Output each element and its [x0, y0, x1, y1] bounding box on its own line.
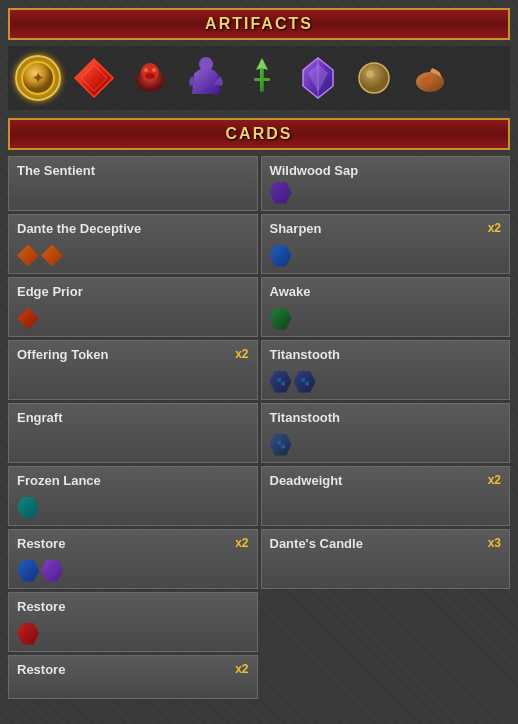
card-engraft-name: Engraft: [17, 410, 63, 426]
svg-point-6: [144, 68, 148, 72]
blue-hex-icon-restore1: [17, 560, 39, 582]
card-titanstooth-2-name-row: Titanstooth: [270, 410, 502, 426]
card-restore-3-name-row: Restore x2: [17, 662, 249, 678]
card-awake-name: Awake: [270, 284, 311, 300]
card-awake-name-row: Awake: [270, 284, 502, 300]
svg-point-17: [366, 70, 374, 78]
red-hex-icon-restore2: [17, 623, 39, 645]
card-restore-3-name: Restore: [17, 662, 65, 678]
card-restore-2[interactable]: Restore: [8, 592, 258, 652]
card-placeholder: [261, 592, 511, 652]
card-frozen-lance-name-row: Frozen Lance: [17, 473, 249, 489]
food-svg: [408, 56, 452, 100]
svg-point-9: [199, 57, 213, 71]
card-offering-token[interactable]: Offering Token x2: [8, 340, 258, 400]
card-the-sentient-name-row: The Sentient: [17, 163, 249, 179]
card-offering-token-count: x2: [235, 347, 248, 361]
artifacts-header: ARTIFACTS: [8, 8, 510, 40]
green-weapon-artifact[interactable]: [236, 52, 288, 104]
card-restore-1-count: x2: [235, 536, 248, 550]
green-red-hex-icon-awake: [270, 308, 292, 330]
card-wildwood-sap[interactable]: Wildwood Sap: [261, 156, 511, 211]
cards-header: CARDS: [8, 118, 510, 150]
card-restore-3-count: x2: [235, 662, 248, 676]
card-offering-token-name-row: Offering Token x2: [17, 347, 249, 363]
card-restore-3[interactable]: Restore x2: [8, 655, 258, 699]
beast-hex-icon-1: 🐾: [270, 371, 292, 393]
small-artifact[interactable]: [348, 52, 400, 104]
card-frozen-lance-icons: [17, 497, 249, 519]
card-wildwood-sap-name: Wildwood Sap: [270, 163, 359, 179]
card-awake[interactable]: Awake: [261, 277, 511, 337]
purple-small-icon-restore1: [41, 560, 63, 582]
card-dantes-candle[interactable]: Dante's Candle x3: [261, 529, 511, 589]
card-sharpen-name: Sharpen: [270, 221, 322, 237]
food-artifact[interactable]: [404, 52, 456, 104]
card-titanstooth-2[interactable]: Titanstooth 🐾: [261, 403, 511, 463]
card-deadweight[interactable]: Deadweight x2: [261, 466, 511, 526]
card-restore-2-name: Restore: [17, 599, 65, 615]
card-restore-1[interactable]: Restore x2: [8, 529, 258, 589]
green-weapon-svg: [240, 56, 284, 100]
card-edge-prior[interactable]: Edge Prior: [8, 277, 258, 337]
creature-artifact-icon: [127, 55, 173, 101]
card-restore-1-name-row: Restore x2: [17, 536, 249, 552]
orange-small-icon-edge: [17, 308, 39, 330]
purple-figure-svg: [184, 54, 228, 102]
svg-point-19: [422, 76, 434, 84]
card-restore-1-name: Restore: [17, 536, 65, 552]
card-edge-prior-name-row: Edge Prior: [17, 284, 249, 300]
card-the-sentient-name: The Sentient: [17, 163, 95, 179]
card-titanstooth-1-icons: 🐾 🐾: [270, 371, 502, 393]
svg-rect-12: [254, 78, 270, 81]
main-container: ARTIFACTS ✦: [0, 0, 518, 707]
cards-section: CARDS The Sentient Wildwood Sap: [8, 118, 510, 699]
creature-svg: [128, 56, 172, 100]
teal-hex-icon-frozen: [17, 497, 39, 519]
crystal-artifact[interactable]: [292, 52, 344, 104]
card-titanstooth-1[interactable]: Titanstooth 🐾 🐾: [261, 340, 511, 400]
card-dantes-candle-name-row: Dante's Candle x3: [270, 536, 502, 552]
card-frozen-lance[interactable]: Frozen Lance: [8, 466, 258, 526]
red-diamond-artifact-icon: [71, 55, 117, 101]
card-wildwood-sap-name-row: Wildwood Sap: [270, 163, 502, 179]
card-restore-2-icons: [17, 623, 249, 645]
card-awake-icons: [270, 308, 502, 330]
card-the-sentient[interactable]: The Sentient: [8, 156, 258, 211]
beast-hex-icon-2: 🐾: [294, 371, 316, 393]
food-artifact-icon: [407, 55, 453, 101]
creature-artifact[interactable]: [124, 52, 176, 104]
card-titanstooth-2-icons: 🐾: [270, 434, 502, 456]
card-titanstooth-2-name: Titanstooth: [270, 410, 341, 426]
card-deadweight-name-row: Deadweight x2: [270, 473, 502, 489]
orange-diamond-icon-1: [17, 245, 39, 267]
card-dante-deceptive[interactable]: Dante the Deceptive: [8, 214, 258, 274]
card-sharpen[interactable]: Sharpen x2: [261, 214, 511, 274]
purple-figure-artifact[interactable]: [180, 52, 232, 104]
card-edge-prior-name: Edge Prior: [17, 284, 83, 300]
card-edge-prior-icons: [17, 308, 249, 330]
artifacts-section: ARTIFACTS ✦: [8, 8, 510, 110]
cards-grid: The Sentient Wildwood Sap Dante the Dece…: [8, 156, 510, 699]
card-sharpen-icons: [270, 245, 502, 267]
card-engraft[interactable]: Engraft: [8, 403, 258, 463]
red-diamond-artifact[interactable]: [68, 52, 120, 104]
card-frozen-lance-name: Frozen Lance: [17, 473, 101, 489]
coin-artifact[interactable]: ✦: [12, 52, 64, 104]
card-wildwood-sap-icons: [270, 182, 502, 204]
artifacts-row: ✦: [8, 46, 510, 110]
card-titanstooth-1-name-row: Titanstooth: [270, 347, 502, 363]
purple-figure-artifact-icon: [183, 55, 229, 101]
blue-hex-icon-sharpen: [270, 245, 292, 267]
green-weapon-artifact-icon: [239, 55, 285, 101]
crystal-artifact-icon: [295, 55, 341, 101]
orange-diamond-icon-2: [41, 245, 63, 267]
card-dante-deceptive-name: Dante the Deceptive: [17, 221, 141, 237]
small-artifact-icon: [351, 55, 397, 101]
card-titanstooth-1-name: Titanstooth: [270, 347, 341, 363]
card-dantes-candle-count: x3: [488, 536, 501, 550]
artifacts-title: ARTIFACTS: [205, 15, 313, 32]
cards-title: CARDS: [226, 125, 293, 142]
card-restore-2-name-row: Restore: [17, 599, 249, 615]
svg-text:✦: ✦: [32, 70, 44, 86]
